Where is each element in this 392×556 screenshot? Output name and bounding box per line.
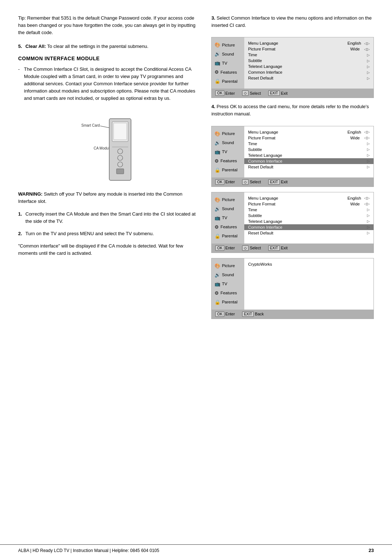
menu-picture-label-2: Picture: [222, 131, 235, 136]
footer-brand-text: ALBA | HD Ready LCD TV | Instruction Man…: [18, 548, 159, 553]
menu-row-format-3: Picture Format Wide ◁▷: [248, 201, 370, 207]
arrow-ci-2: ▷: [367, 159, 370, 163]
footer-back-4: EXIT Back: [242, 311, 264, 317]
svg-line-0: [100, 126, 109, 128]
parental-icon-3: 🔒: [215, 233, 220, 239]
step-1-text: Correctly insert the CA Module and then …: [25, 211, 196, 224]
menu-row-time-1: Time ▷: [248, 52, 370, 58]
menu-item-picture-1[interactable]: 🎨 Picture: [212, 40, 244, 49]
menu-item-tv-2[interactable]: 📺 TV: [212, 147, 244, 156]
picture-icon-1: 🎨: [215, 42, 220, 48]
menu-item-tv-3[interactable]: 📺 TV: [212, 213, 244, 222]
step-2: 2. Turn on the TV and press MENU and sel…: [18, 230, 197, 237]
tv-menu-footer-3: OK Enter ◇ Select EXIT Exit: [212, 244, 373, 253]
arrow-teletext-1: ▷: [367, 65, 370, 69]
features-icon-1: ⚙: [215, 69, 219, 75]
tv-menu-right-3: Menu Language English ◁▷ Picture Format …: [244, 192, 373, 244]
menu-item-parental-4[interactable]: 🔒 Parental: [212, 298, 244, 307]
tv-menu-box-3: 🎨 Picture 🔊 Sound 📺 TV ⚙ Features: [211, 192, 374, 253]
warning-text: WARNING: Switch off your TV before any m…: [18, 191, 197, 205]
menu-row-reset-3: Reset Default ▷: [248, 230, 370, 236]
menu-item-features-2[interactable]: ⚙ Features: [212, 156, 244, 165]
arrow-lang-3: ◁▷: [364, 196, 370, 200]
parental-icon-4: 🔒: [215, 299, 220, 305]
page-footer: ALBA | HD Ready LCD TV | Instruction Man…: [0, 544, 392, 556]
menu-item-features-3[interactable]: ⚙ Features: [212, 222, 244, 232]
menu-row-lang-2: Menu Language English ◁▷: [248, 129, 370, 135]
footer-exit-3: EXIT Exit: [268, 245, 288, 251]
tv-menu-box-1: 🎨 Picture 🔊 Sound 📺 TV ⚙ Features: [211, 37, 374, 98]
menu-row-ci-1: Common Interface ▷: [248, 69, 370, 75]
tv-menu-footer-2: OK Enter ◇ Select EXIT Exit: [212, 177, 373, 187]
diagram-svg: Smart Card CA Module: [78, 108, 144, 184]
bullet-text: The Common Interface CI Slot, is designe…: [18, 66, 197, 102]
menu-item-parental-2[interactable]: 🔒 Parental: [212, 165, 244, 175]
arrow-teletext-3: ▷: [367, 219, 370, 223]
menu-features-label-3: Features: [220, 225, 237, 229]
step-1: 1. Correctly insert the CA Module and th…: [18, 210, 197, 225]
menu-picture-label-4: Picture: [222, 263, 235, 268]
menu-picture-label-1: Picture: [222, 43, 235, 47]
step-4-num: 4.: [211, 104, 215, 109]
numbered-item-5: 5. Clear All: To clear all the settings …: [18, 43, 197, 50]
arrow-time-3: ▷: [367, 208, 370, 212]
menu-item-picture-3[interactable]: 🎨 Picture: [212, 195, 244, 204]
cryptoworks-label: CryptoWorks: [248, 261, 370, 267]
step-4-text: 4. Press OK to access the card menu, for…: [211, 103, 374, 118]
sound-icon-4: 🔊: [215, 272, 220, 278]
menu-parental-label-1: Parental: [222, 79, 237, 83]
menu-item-sound-1[interactable]: 🔊 Sound: [212, 49, 244, 58]
arrow-reset-3: ▷: [367, 231, 370, 235]
step-2-text: Turn on the TV and press MENU and select…: [25, 231, 154, 236]
svg-rect-7: [117, 169, 124, 174]
arrow-reset-2: ▷: [367, 165, 370, 169]
arrow-subtitle-2: ▷: [367, 147, 370, 151]
menu-sound-label-4: Sound: [222, 273, 234, 277]
menu-item-features-1[interactable]: ⚙ Features: [212, 68, 244, 77]
menu-tv-label-1: TV: [222, 61, 227, 65]
footer-select-3: ◇ Select: [242, 245, 261, 251]
sound-icon-2: 🔊: [215, 140, 220, 146]
footer-select-2: ◇ Select: [242, 179, 261, 185]
tv-menu-footer-4: OK Enter EXIT Back: [212, 310, 373, 319]
left-column: Tip: Remember that 5351 is the default C…: [18, 15, 200, 515]
menu-item-tv-1[interactable]: 📺 TV: [212, 58, 244, 68]
step-5-num: 5.: [18, 43, 22, 50]
sound-icon-1: 🔊: [215, 51, 220, 57]
menu-row-time-3: Time ▷: [248, 207, 370, 213]
menu-row-lang-1: Menu Language English ◁▷: [248, 40, 370, 46]
tv-menu-left-3: 🎨 Picture 🔊 Sound 📺 TV ⚙ Features: [212, 192, 244, 244]
menu-sound-label-1: Sound: [222, 52, 234, 56]
tv-menu-right-1: Menu Language English ◁▷ Picture Format …: [244, 37, 373, 89]
menu-row-teletext-1: Teletext Language ▷: [248, 64, 370, 69]
footer-exit-2: EXIT Exit: [268, 179, 288, 185]
right-column: 3. Select Common Interface to view the m…: [211, 15, 374, 515]
footer-ok-3: OK Enter: [215, 245, 235, 251]
intro-text: Tip: Remember that 5351 is the default C…: [18, 15, 197, 36]
menu-parental-label-3: Parental: [222, 234, 237, 238]
footer-select-1: ◇ Select: [242, 90, 261, 96]
footer-ok-4: OK Enter: [215, 311, 235, 317]
menu-item-sound-2[interactable]: 🔊 Sound: [212, 138, 244, 147]
footer-exit-1: EXIT Exit: [268, 90, 288, 96]
menu-row-ci-2-highlighted: Common Interface ▷: [244, 158, 373, 164]
tv-icon-4: 📺: [215, 281, 220, 287]
menu-item-sound-4[interactable]: 🔊 Sound: [212, 270, 244, 279]
arrow-format-2: ◁▷: [364, 136, 370, 140]
menu-item-tv-4[interactable]: 📺 TV: [212, 279, 244, 289]
section-heading: COMMON INTERFACE MODULE: [18, 56, 197, 61]
menu-row-format-1: Picture Format Wide ◁▷: [248, 46, 370, 52]
menu-row-reset-2: Reset Default ▷: [248, 164, 370, 170]
ci-module-diagram: Smart Card CA Module: [25, 108, 197, 184]
menu-item-picture-4[interactable]: 🎨 Picture: [212, 261, 244, 270]
menu-item-picture-2[interactable]: 🎨 Picture: [212, 129, 244, 138]
menu-item-sound-3[interactable]: 🔊 Sound: [212, 204, 244, 213]
menu-item-parental-1[interactable]: 🔒 Parental: [212, 77, 244, 86]
menu-item-features-4[interactable]: ⚙ Features: [212, 289, 244, 298]
tv-menu-left-2: 🎨 Picture 🔊 Sound 📺 TV ⚙ Features: [212, 126, 244, 177]
arrow-ci-3: ▷: [367, 225, 370, 229]
features-icon-2: ⚙: [215, 158, 219, 164]
features-icon-3: ⚙: [215, 224, 219, 230]
menu-item-parental-3[interactable]: 🔒 Parental: [212, 232, 244, 241]
menu-parental-label-4: Parental: [222, 300, 237, 304]
